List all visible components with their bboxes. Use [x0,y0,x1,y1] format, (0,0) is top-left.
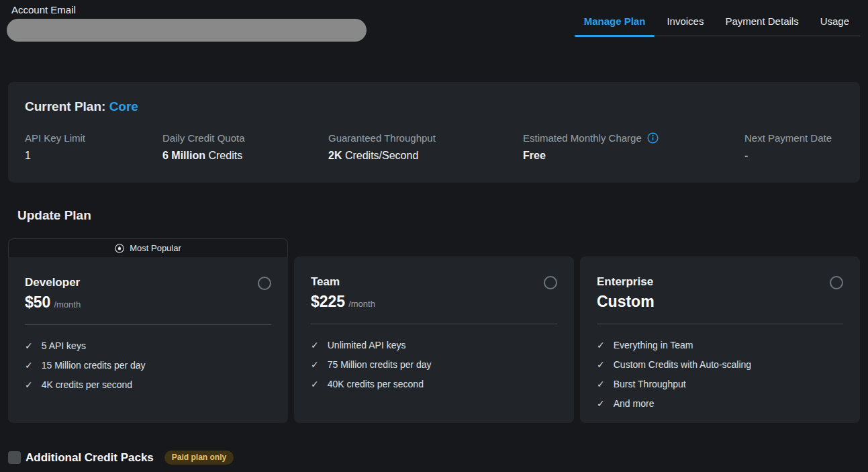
stat-label: API Key Limit [25,132,85,144]
feature-item: ✓75 Million credits per day [311,355,557,374]
account-email-value [7,19,367,42]
feature-item: ✓15 Million credits per day [25,355,271,375]
stat-next-payment-date: Next Payment Date - [744,132,843,162]
plan-body: Developer $50/month ✓5 API keys ✓15 Mill… [8,257,288,423]
stat-value: - [744,150,843,162]
check-icon: ✓ [311,379,319,389]
account-email-section: Account Email [7,4,367,42]
stat-value: 6 Million Credits [162,150,328,162]
billing-page: Account Email Manage Plan Invoices Payme… [0,0,868,465]
stat-label: Next Payment Date [744,132,832,144]
stat-value: Free [523,150,744,162]
current-plan-title-prefix: Current Plan: [25,99,105,113]
feature-item: ✓5 API keys [25,336,271,355]
feature-item: ✓4K credits per second [25,375,271,394]
plan-name: Team [311,275,375,289]
stat-value: 2K Credits/Second [328,150,523,162]
stat-estimated-monthly-charge: Estimated Monthly Charge Free [523,132,744,162]
plan-radio-developer[interactable] [258,277,271,290]
most-popular-banner: Most Popular [8,238,288,257]
current-plan-name: Core [109,99,138,113]
feature-item: ✓Burst Throughput [597,374,843,393]
tab-payment-details[interactable]: Payment Details [714,15,809,36]
divider [597,324,843,324]
current-plan-title: Current Plan: Core [25,99,843,114]
plan-features: ✓Unlimited API keys ✓75 Million credits … [311,335,557,393]
plan-period: /month [348,299,375,309]
plan-card-developer[interactable]: Most Popular Developer $50/month ✓5 API … [8,238,288,423]
billing-tabs: Manage Plan Invoices Payment Details Usa… [573,15,860,36]
check-icon: ✓ [25,361,33,370]
plan-features: ✓5 API keys ✓15 Million credits per day … [25,336,271,394]
check-icon: ✓ [597,340,605,350]
plan-card-enterprise[interactable]: Enterprise Custom ✓Everything in Team ✓C… [580,256,860,423]
plan-body: Team $225/month ✓Unlimited API keys ✓75 … [294,256,574,423]
account-email-label: Account Email [11,4,367,15]
plan-radio-enterprise[interactable] [830,276,843,289]
additional-credit-packs-label: Additional Credit Packs [26,451,154,465]
update-plan-heading: Update Plan [17,208,868,223]
check-icon: ✓ [597,360,605,369]
current-plan-stats: API Key Limit 1 Daily Credit Quota 6 Mil… [25,132,843,162]
plan-period: /month [54,299,81,310]
plan-name: Developer [25,275,81,289]
stat-daily-credit-quota: Daily Credit Quota 6 Million Credits [162,132,328,162]
divider [311,324,557,324]
plan-price: Custom [597,292,658,314]
feature-item: ✓Custom Credits with Auto-scaling [597,355,843,374]
check-icon: ✓ [597,399,605,408]
feature-item: ✓40K credits per second [311,374,557,393]
tab-invoices[interactable]: Invoices [656,15,714,36]
info-icon[interactable] [647,132,659,144]
additional-credit-packs-checkbox[interactable] [8,451,21,464]
plan-body: Enterprise Custom ✓Everything in Team ✓C… [580,256,860,423]
plan-cards: Most Popular Developer $50/month ✓5 API … [8,238,860,423]
stat-label: Guaranteed Throughput [328,132,436,144]
feature-item: ✓Unlimited API keys [311,335,557,355]
stat-label: Daily Credit Quota [162,132,245,144]
stat-value: 1 [25,150,162,162]
plan-card-team[interactable]: Team $225/month ✓Unlimited API keys ✓75 … [294,256,574,423]
additional-credit-packs-row: Additional Credit Packs Paid plan only [8,451,868,465]
topbar: Account Email Manage Plan Invoices Payme… [0,0,868,47]
plan-price: $225/month [311,292,375,314]
check-icon: ✓ [311,360,319,369]
divider [25,324,271,325]
tab-manage-plan[interactable]: Manage Plan [573,15,657,36]
stat-label: Estimated Monthly Charge [523,132,642,144]
check-icon: ✓ [597,379,605,389]
flame-icon [115,244,124,253]
feature-item: ✓And more [597,393,843,413]
check-icon: ✓ [25,341,33,350]
plan-features: ✓Everything in Team ✓Custom Credits with… [597,335,843,413]
check-icon: ✓ [311,340,319,350]
plan-price: $50/month [25,293,81,314]
stat-api-key-limit: API Key Limit 1 [25,132,162,162]
most-popular-label: Most Popular [130,243,181,253]
check-icon: ✓ [25,380,33,389]
plan-radio-team[interactable] [544,276,557,289]
current-plan-card: Current Plan: Core API Key Limit 1 Daily… [8,82,860,183]
tab-usage[interactable]: Usage [810,15,860,36]
paid-plan-only-badge: Paid plan only [164,451,234,465]
feature-item: ✓Everything in Team [597,335,843,355]
plan-name: Enterprise [597,275,658,289]
stat-guaranteed-throughput: Guaranteed Throughput 2K Credits/Second [328,132,523,162]
